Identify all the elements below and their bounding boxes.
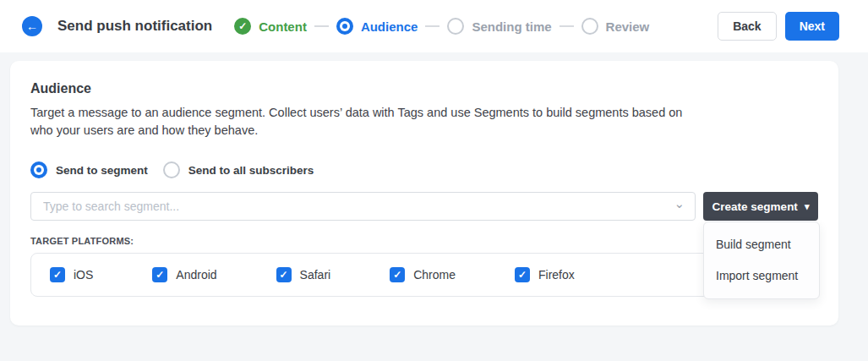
step-separator bbox=[425, 25, 439, 27]
wizard-stepper: ✓ Content Audience Sending time Review bbox=[234, 18, 649, 35]
check-icon: ✓ bbox=[393, 269, 401, 281]
next-button[interactable]: Next bbox=[785, 12, 839, 41]
platform-label: iOS bbox=[74, 268, 93, 282]
step-empty-circle-icon bbox=[447, 18, 464, 35]
check-icon: ✓ bbox=[518, 269, 527, 281]
segment-search-wrap: ⌄ bbox=[30, 192, 696, 221]
platform-chrome[interactable]: ✓ Chrome bbox=[390, 267, 456, 282]
platform-label: Safari bbox=[300, 268, 331, 282]
step-active-dot-icon bbox=[336, 18, 353, 35]
check-icon: ✓ bbox=[53, 269, 62, 281]
segment-search-row: ⌄ Create segment ▾ bbox=[30, 192, 818, 221]
step-label: Sending time bbox=[472, 19, 551, 34]
radio-send-to-all-subscribers[interactable]: Send to all subscribers bbox=[163, 161, 314, 178]
caret-down-icon: ▾ bbox=[805, 202, 810, 211]
create-segment-label: Create segment bbox=[712, 200, 798, 213]
platform-safari[interactable]: ✓ Safari bbox=[276, 267, 331, 282]
platform-android[interactable]: ✓ Android bbox=[152, 267, 216, 282]
platform-label: Firefox bbox=[538, 268, 575, 282]
menu-item-build-segment[interactable]: Build segment bbox=[704, 229, 819, 260]
step-sending-time: Sending time bbox=[447, 18, 551, 35]
target-platforms-label: TARGET PLATFORMS: bbox=[30, 236, 818, 246]
checkbox-checked[interactable]: ✓ bbox=[390, 267, 405, 282]
menu-item-import-segment[interactable]: Import segment bbox=[704, 260, 819, 292]
back-arrow-icon: ← bbox=[26, 19, 38, 33]
step-audience[interactable]: Audience bbox=[336, 18, 418, 35]
check-icon: ✓ bbox=[156, 269, 164, 281]
step-content[interactable]: ✓ Content bbox=[234, 18, 307, 35]
radio-label: Send to all subscribers bbox=[188, 164, 314, 177]
create-segment-dropdown: Build segment Import segment bbox=[703, 222, 820, 299]
platform-firefox[interactable]: ✓ Firefox bbox=[515, 267, 575, 282]
platform-label: Chrome bbox=[413, 268, 456, 282]
back-icon-button[interactable]: ← bbox=[22, 16, 42, 36]
platform-ios[interactable]: ✓ iOS bbox=[50, 267, 93, 282]
radio-unselected-icon bbox=[163, 161, 180, 178]
radio-selected-icon bbox=[30, 161, 47, 178]
create-segment-button[interactable]: Create segment ▾ bbox=[703, 192, 818, 221]
step-separator bbox=[314, 25, 329, 27]
checkbox-checked[interactable]: ✓ bbox=[152, 267, 167, 282]
checkbox-checked[interactable]: ✓ bbox=[50, 267, 65, 282]
back-button[interactable]: Back bbox=[718, 12, 776, 41]
radio-label: Send to segment bbox=[56, 164, 148, 177]
audience-panel: Audience Target a message to an audience… bbox=[10, 61, 838, 325]
section-heading: Audience bbox=[30, 81, 818, 96]
step-completed-check-icon: ✓ bbox=[234, 18, 251, 35]
audience-mode-radios: Send to segment Send to all subscribers bbox=[30, 161, 818, 178]
section-description: Target a message to an audience segment.… bbox=[30, 104, 707, 139]
page-title: Send push notification bbox=[57, 18, 212, 35]
top-bar: ← Send push notification ✓ Content Audie… bbox=[0, 0, 868, 52]
step-review: Review bbox=[581, 18, 650, 35]
radio-send-to-segment[interactable]: Send to segment bbox=[30, 161, 148, 178]
step-label: Content bbox=[259, 19, 307, 34]
chevron-down-icon[interactable]: ⌄ bbox=[674, 196, 685, 211]
checkbox-checked[interactable]: ✓ bbox=[515, 267, 530, 282]
step-separator bbox=[560, 25, 574, 27]
step-label: Review bbox=[606, 19, 650, 34]
checkbox-checked[interactable]: ✓ bbox=[276, 267, 292, 282]
step-label: Audience bbox=[361, 19, 418, 34]
target-platforms-box: ✓ iOS ✓ Android ✓ Safari ✓ Chrome ✓ Fire… bbox=[30, 253, 818, 297]
check-icon: ✓ bbox=[280, 269, 288, 281]
platform-label: Android bbox=[176, 268, 216, 282]
step-empty-circle-icon bbox=[581, 18, 598, 35]
page: ← Send push notification ✓ Content Audie… bbox=[0, 0, 868, 361]
segment-search-input[interactable] bbox=[30, 192, 696, 221]
